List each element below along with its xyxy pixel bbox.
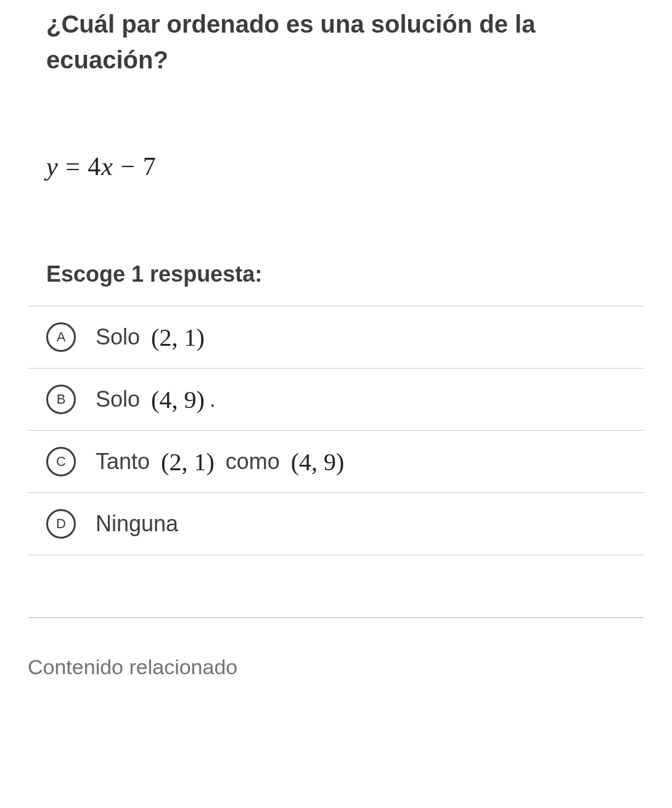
equation-eq: = <box>65 152 88 181</box>
choice-c-mid: como <box>219 449 286 475</box>
choice-b-prefix: Solo <box>96 386 146 412</box>
equation-rhs: 4x − 7 <box>88 152 156 181</box>
equation: y = 4x − 7 <box>46 152 626 181</box>
question-title: ¿Cuál par ordenado es una solución de la… <box>46 6 626 78</box>
choice-c-pair1: (2, 1) <box>160 447 216 476</box>
choice-b-radio[interactable]: B <box>46 385 76 414</box>
choice-d[interactable]: D Ninguna <box>28 492 644 555</box>
choice-c-pair2: (4, 9) <box>290 447 346 476</box>
choice-d-prefix: Ninguna <box>96 511 178 537</box>
choice-b-suffix: . <box>210 386 216 412</box>
choice-c[interactable]: C Tanto (2, 1) como (4, 9) <box>28 430 644 492</box>
choice-c-radio[interactable]: C <box>46 447 76 476</box>
choice-b-pair1: (4, 9) <box>150 385 206 414</box>
choice-a-radio[interactable]: A <box>46 322 76 352</box>
choice-a-prefix: Solo <box>96 324 146 350</box>
section-divider <box>28 617 644 618</box>
choice-a-label: Solo (2, 1) <box>96 323 206 352</box>
choice-list: A Solo (2, 1) B Solo (4, 9) . C Tanto (2… <box>28 306 644 555</box>
choice-b[interactable]: B Solo (4, 9) . <box>28 368 644 430</box>
choice-c-prefix: Tanto <box>96 449 156 475</box>
choice-a-pair1: (2, 1) <box>150 323 206 352</box>
choice-a[interactable]: A Solo (2, 1) <box>28 306 644 368</box>
related-content-heading: Contenido relacionado <box>28 655 626 679</box>
choose-prompt: Escoge 1 respuesta: <box>46 261 626 287</box>
question-container: ¿Cuál par ordenado es una solución de la… <box>0 6 672 679</box>
choice-c-label: Tanto (2, 1) como (4, 9) <box>96 447 345 476</box>
equation-lhs: y <box>46 152 59 181</box>
choice-d-radio[interactable]: D <box>46 509 76 539</box>
choice-b-label: Solo (4, 9) . <box>96 385 216 414</box>
choice-d-label: Ninguna <box>96 511 178 537</box>
